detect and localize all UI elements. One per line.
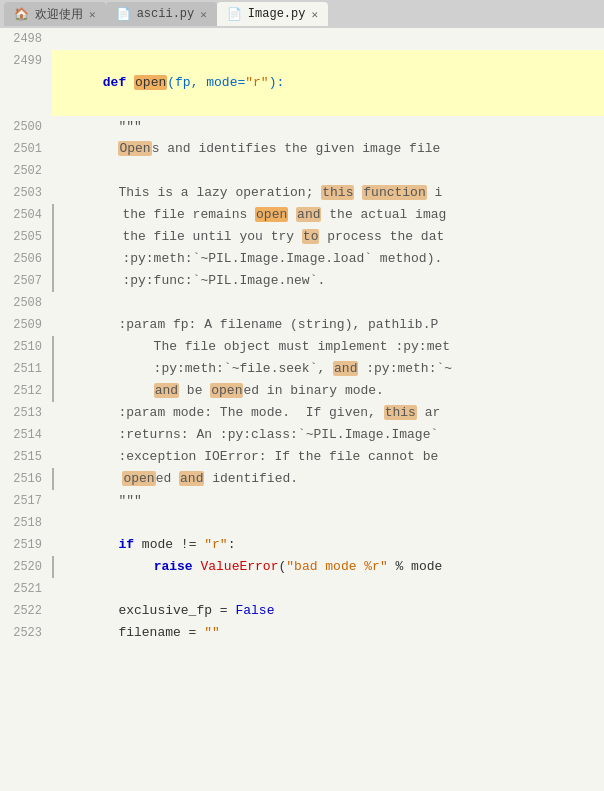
line-num-2519: 2519 [0, 534, 52, 556]
line-num-2507: 2507 [0, 270, 52, 292]
line-2516: 2516 opened and identified. [0, 468, 604, 490]
line-content-2512: and be opened in binary mode. [52, 380, 604, 402]
line-2502: 2502 [0, 160, 604, 182]
line-content-2500: """ [52, 116, 604, 138]
tab-ascii[interactable]: 📄 ascii.py ✕ [106, 2, 217, 26]
line-2504: 2504 the file remains open and the actua… [0, 204, 604, 226]
line-2522: 2522 exclusive_fp = False [0, 600, 604, 622]
line-num-2505: 2505 [0, 226, 52, 248]
line-2517: 2517 """ [0, 490, 604, 512]
line-2512: 2512 and be opened in binary mode. [0, 380, 604, 402]
line-content-2515: :exception IOError: If the file cannot b… [52, 446, 604, 468]
line-2501: 2501 Opens and identifies the given imag… [0, 138, 604, 160]
line-content-2510: The file object must implement :py:met [52, 336, 604, 358]
line-2521: 2521 [0, 578, 604, 600]
line-content-2520: raise ValueError("bad mode %r" % mode [52, 556, 604, 578]
line-content-2523: filename = "" [52, 622, 604, 644]
line-content-2507: :py:func:`~PIL.Image.new`. [52, 270, 604, 292]
line-2509: 2509 :param fp: A filename (string), pat… [0, 314, 604, 336]
line-content-2518 [52, 512, 604, 534]
line-2518: 2518 [0, 512, 604, 534]
line-num-2498: 2498 [0, 28, 52, 50]
image-file-icon: 📄 [227, 7, 242, 22]
line-content-2498 [52, 28, 604, 50]
line-num-2511: 2511 [0, 358, 52, 380]
line-num-2512: 2512 [0, 380, 52, 402]
line-content-2513: :param mode: The mode. If given, this ar [52, 402, 604, 424]
line-2507: 2507 :py:func:`~PIL.Image.new`. [0, 270, 604, 292]
line-num-2521: 2521 [0, 578, 52, 600]
line-content-2522: exclusive_fp = False [52, 600, 604, 622]
line-content-2499: def open(fp, mode="r"): [52, 50, 604, 116]
line-2506: 2506 :py:meth:`~PIL.Image.Image.load` me… [0, 248, 604, 270]
line-content-2514: :returns: An :py:class:`~PIL.Image.Image… [52, 424, 604, 446]
tab-image-label: Image.py [248, 7, 306, 21]
line-num-2520: 2520 [0, 556, 52, 578]
line-num-2514: 2514 [0, 424, 52, 446]
tab-bar: 🏠 欢迎使用 ✕ 📄 ascii.py ✕ 📄 Image.py ✕ [0, 0, 604, 28]
line-content-2504: the file remains open and the actual ima… [52, 204, 604, 226]
tab-welcome[interactable]: 🏠 欢迎使用 ✕ [4, 2, 106, 26]
line-num-2509: 2509 [0, 314, 52, 336]
line-2513: 2513 :param mode: The mode. If given, th… [0, 402, 604, 424]
line-num-2516: 2516 [0, 468, 52, 490]
line-num-2515: 2515 [0, 446, 52, 468]
code-editor: 2498 2499 def open(fp, mode="r"): 2500 "… [0, 28, 604, 644]
line-content-2516: opened and identified. [52, 468, 604, 490]
line-num-2499: 2499 [0, 50, 52, 116]
line-num-2523: 2523 [0, 622, 52, 644]
line-content-2519: if mode != "r": [52, 534, 604, 556]
line-num-2502: 2502 [0, 160, 52, 182]
line-2523: 2523 filename = "" [0, 622, 604, 644]
line-content-2508 [52, 292, 604, 314]
line-2503: 2503 This is a lazy operation; this func… [0, 182, 604, 204]
line-num-2513: 2513 [0, 402, 52, 424]
tab-welcome-close[interactable]: ✕ [89, 8, 96, 21]
line-content-2506: :py:meth:`~PIL.Image.Image.load` method)… [52, 248, 604, 270]
line-content-2509: :param fp: A filename (string), pathlib.… [52, 314, 604, 336]
line-num-2510: 2510 [0, 336, 52, 358]
tab-image-close[interactable]: ✕ [311, 8, 318, 21]
line-content-2505: the file until you try to process the da… [52, 226, 604, 248]
welcome-icon: 🏠 [14, 7, 29, 22]
line-2514: 2514 :returns: An :py:class:`~PIL.Image.… [0, 424, 604, 446]
line-num-2503: 2503 [0, 182, 52, 204]
line-2519: 2519 if mode != "r": [0, 534, 604, 556]
line-num-2508: 2508 [0, 292, 52, 314]
line-num-2504: 2504 [0, 204, 52, 226]
line-2498: 2498 [0, 28, 604, 50]
line-content-2502 [52, 160, 604, 182]
line-content-2511: :py:meth:`~file.seek`, and :py:meth:`~ [52, 358, 604, 380]
line-num-2522: 2522 [0, 600, 52, 622]
line-2508: 2508 [0, 292, 604, 314]
line-content-2501: Opens and identifies the given image fil… [52, 138, 604, 160]
line-content-2503: This is a lazy operation; this function … [52, 182, 604, 204]
line-num-2501: 2501 [0, 138, 52, 160]
line-num-2518: 2518 [0, 512, 52, 534]
line-2511: 2511 :py:meth:`~file.seek`, and :py:meth… [0, 358, 604, 380]
tab-ascii-close[interactable]: ✕ [200, 8, 207, 21]
ascii-file-icon: 📄 [116, 7, 131, 22]
line-2510: 2510 The file object must implement :py:… [0, 336, 604, 358]
line-content-2517: """ [52, 490, 604, 512]
line-2520: 2520 raise ValueError("bad mode %r" % mo… [0, 556, 604, 578]
line-content-2521 [52, 578, 604, 600]
line-2499: 2499 def open(fp, mode="r"): [0, 50, 604, 116]
tab-welcome-label: 欢迎使用 [35, 6, 83, 23]
line-2515: 2515 :exception IOError: If the file can… [0, 446, 604, 468]
tab-image[interactable]: 📄 Image.py ✕ [217, 2, 328, 26]
tab-ascii-label: ascii.py [137, 7, 195, 21]
line-2500: 2500 """ [0, 116, 604, 138]
line-num-2517: 2517 [0, 490, 52, 512]
line-num-2500: 2500 [0, 116, 52, 138]
line-num-2506: 2506 [0, 248, 52, 270]
line-2505: 2505 the file until you try to process t… [0, 226, 604, 248]
